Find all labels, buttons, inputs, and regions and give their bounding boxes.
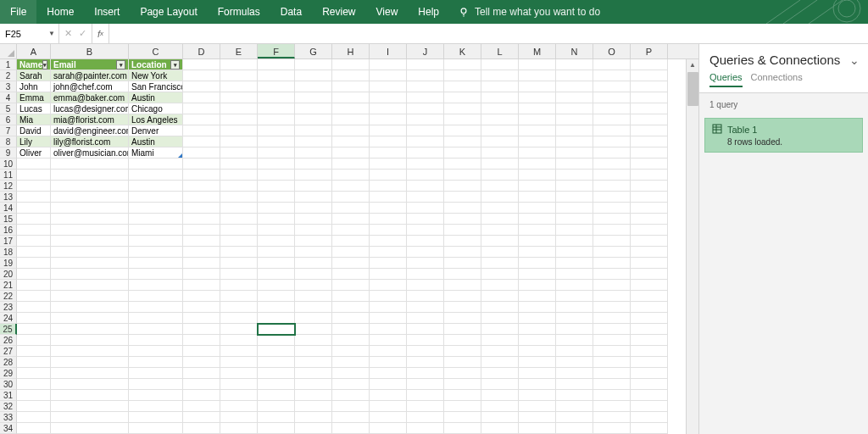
cell[interactable] xyxy=(481,357,519,368)
cell[interactable] xyxy=(295,125,332,136)
cell[interactable] xyxy=(481,291,519,302)
cell[interactable] xyxy=(519,136,556,147)
cell[interactable] xyxy=(481,203,519,214)
cell[interactable] xyxy=(258,181,295,192)
row-header[interactable]: 10 xyxy=(0,159,17,170)
cell[interactable] xyxy=(631,401,668,412)
cell[interactable] xyxy=(220,401,258,412)
cell[interactable] xyxy=(129,247,183,258)
cell[interactable] xyxy=(17,368,51,379)
cell[interactable] xyxy=(519,147,556,159)
cell[interactable] xyxy=(129,423,183,434)
cell[interactable] xyxy=(17,412,51,423)
cell[interactable] xyxy=(332,225,370,236)
cell[interactable] xyxy=(593,192,631,203)
cell[interactable] xyxy=(129,225,183,236)
cell[interactable]: Los Angeles xyxy=(129,114,183,125)
cell[interactable] xyxy=(129,192,183,203)
cell[interactable] xyxy=(519,203,556,214)
cell[interactable] xyxy=(407,335,444,346)
cell[interactable] xyxy=(593,280,631,291)
cell[interactable] xyxy=(407,280,444,291)
cell[interactable] xyxy=(631,114,668,125)
ribbon-tab-file[interactable]: File xyxy=(0,0,36,24)
cell[interactable] xyxy=(295,247,332,258)
column-header-P[interactable]: P xyxy=(631,44,668,58)
cell[interactable] xyxy=(444,357,481,368)
cell[interactable] xyxy=(444,181,481,192)
cell[interactable] xyxy=(183,181,220,192)
cell[interactable] xyxy=(481,159,519,170)
row-header[interactable]: 3 xyxy=(0,81,17,92)
ribbon-tab-page-layout[interactable]: Page Layout xyxy=(130,0,207,24)
cell[interactable] xyxy=(183,269,220,280)
cell[interactable] xyxy=(17,247,51,258)
cell[interactable] xyxy=(258,70,295,81)
cell[interactable] xyxy=(631,269,668,280)
cell[interactable] xyxy=(481,70,519,81)
cell[interactable] xyxy=(370,269,407,280)
cell[interactable] xyxy=(295,368,332,379)
cell[interactable] xyxy=(183,423,220,434)
cell[interactable]: Mia xyxy=(17,114,51,125)
row-header[interactable]: 4 xyxy=(0,92,17,103)
cell[interactable] xyxy=(631,147,668,159)
cell[interactable] xyxy=(51,379,129,390)
cell[interactable] xyxy=(556,192,593,203)
cell[interactable] xyxy=(444,114,481,125)
cell[interactable] xyxy=(519,81,556,92)
cell[interactable] xyxy=(481,368,519,379)
cell[interactable] xyxy=(370,125,407,136)
cell[interactable] xyxy=(258,280,295,291)
row-header[interactable]: 20 xyxy=(0,269,17,280)
cell[interactable] xyxy=(258,203,295,214)
cell[interactable] xyxy=(444,147,481,159)
cell[interactable] xyxy=(631,357,668,368)
cell[interactable] xyxy=(556,390,593,401)
vertical-scrollbar[interactable]: ▲ xyxy=(686,59,698,434)
select-all-corner[interactable] xyxy=(0,44,17,58)
cell[interactable] xyxy=(220,170,258,181)
cell[interactable] xyxy=(444,59,481,70)
cell[interactable] xyxy=(631,390,668,401)
cell[interactable] xyxy=(407,324,444,335)
cell[interactable] xyxy=(129,335,183,346)
cell[interactable]: emma@baker.com xyxy=(51,92,129,103)
cell[interactable] xyxy=(220,225,258,236)
cell[interactable] xyxy=(17,401,51,412)
cell[interactable] xyxy=(258,258,295,269)
cell[interactable]: lucas@designer.com xyxy=(51,103,129,114)
cell[interactable] xyxy=(519,192,556,203)
cell[interactable] xyxy=(129,357,183,368)
cell[interactable] xyxy=(183,412,220,423)
cell[interactable] xyxy=(51,368,129,379)
cell[interactable] xyxy=(444,313,481,324)
cell[interactable] xyxy=(332,390,370,401)
ribbon-tab-home[interactable]: Home xyxy=(36,0,84,24)
cell[interactable] xyxy=(519,114,556,125)
cell[interactable] xyxy=(444,70,481,81)
cell[interactable] xyxy=(183,59,220,70)
cell[interactable] xyxy=(519,423,556,434)
cell[interactable] xyxy=(17,236,51,247)
cell[interactable] xyxy=(332,181,370,192)
row-header[interactable]: 18 xyxy=(0,247,17,258)
column-header-A[interactable]: A xyxy=(17,44,51,58)
row-header[interactable]: 28 xyxy=(0,357,17,368)
cell[interactable] xyxy=(593,291,631,302)
cell[interactable] xyxy=(370,81,407,92)
cell[interactable] xyxy=(332,379,370,390)
cell[interactable] xyxy=(631,125,668,136)
cell[interactable] xyxy=(519,247,556,258)
cell[interactable] xyxy=(258,269,295,280)
cell[interactable] xyxy=(593,181,631,192)
cell[interactable] xyxy=(556,357,593,368)
cell[interactable] xyxy=(593,214,631,225)
cell[interactable] xyxy=(332,302,370,313)
cell[interactable] xyxy=(129,236,183,247)
cell[interactable] xyxy=(407,401,444,412)
cell[interactable] xyxy=(556,291,593,302)
cell[interactable] xyxy=(519,390,556,401)
cell[interactable] xyxy=(481,379,519,390)
cell[interactable] xyxy=(631,291,668,302)
